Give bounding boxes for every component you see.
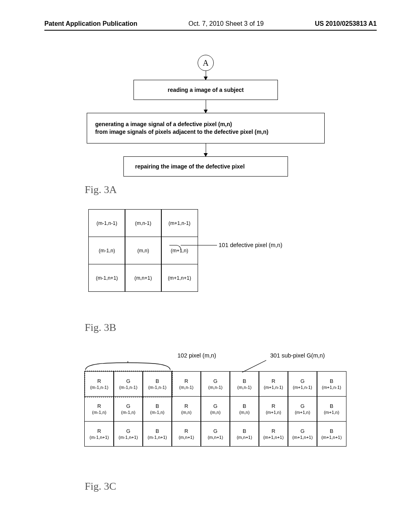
subpixel-cell: R(m-1,n-1)	[84, 371, 114, 397]
subpixel-cell: B(m-1,n-1)	[142, 371, 172, 397]
header-left: Patent Application Publication	[44, 20, 138, 27]
page-header: Patent Application Publication Oct. 7, 2…	[44, 20, 377, 31]
brace-curve	[85, 361, 171, 370]
subpixel-cell: G(m,n-1)	[200, 371, 230, 397]
pixel-cell: (m+1,n+1)	[161, 264, 198, 292]
subpixel-cell: R(m-1,n+1)	[84, 421, 114, 447]
figure-caption-3b: Fig. 3B	[85, 322, 377, 334]
subpixel-cell: G(m-1,n+1)	[113, 421, 143, 447]
subpixel-cell: R(m+1,n)	[259, 396, 288, 422]
header-right: US 2010/0253813 A1	[315, 20, 377, 27]
flow-arrow	[206, 100, 206, 113]
subpixel-pointer	[242, 360, 269, 372]
pixel-cell: (m,n-1)	[125, 209, 161, 237]
subpixel-cell: G(m+1,n)	[288, 396, 317, 422]
subpixel-cell: B(m+1,n)	[317, 396, 346, 422]
subpixel-cell: G(m-1,n-1)	[113, 371, 143, 397]
callout-101-label: 101 defective pixel (m,n)	[219, 242, 282, 248]
subpixel-cell: G(m,n)	[200, 396, 230, 422]
pixel-cell: (m-1,n)	[88, 237, 125, 264]
brace-102-label: 102 pixel (m,n)	[177, 352, 216, 359]
subpixel-cell: G(m+1,n+1)	[288, 421, 317, 447]
flow-arrow	[206, 143, 206, 156]
subpixel-cell: R(m+1,n+1)	[259, 421, 288, 447]
subpixel-cell: R(m,n)	[171, 396, 201, 422]
subpixel-cell: G(m-1,n)	[113, 396, 143, 422]
pixel-cell: (m,n+1)	[125, 264, 161, 292]
pixel-cell: (m-1,n-1)	[88, 209, 125, 237]
subpixel-cell: G(m,n+1)	[200, 421, 230, 447]
subpixel-cell: B(m,n-1)	[229, 371, 259, 397]
flow-start-node: A	[198, 55, 214, 71]
subpixel-301-label: 301 sub-pixel G(m,n)	[270, 352, 325, 359]
subpixel-cell: R(m+1,n-1)	[259, 371, 288, 397]
callout-curve	[169, 245, 181, 251]
subpixel-cell: R(m,n+1)	[171, 421, 201, 447]
subpixel-cell: B(m-1,n)	[142, 396, 172, 422]
subpixel-cell: B(m+1,n+1)	[317, 421, 346, 447]
fig3c-area: 102 pixel (m,n) 301 sub-pixel G(m,n) R(m…	[85, 347, 377, 480]
flow-step-3: repairing the image of the defective pix…	[123, 156, 288, 177]
fig3a-flowchart: A reading a image of a subject generatin…	[87, 55, 325, 177]
subpixel-cell: R(m-1,n)	[84, 396, 114, 422]
flow-step-1: reading a image of a subject	[133, 80, 278, 100]
pixel-cell: (m,n)	[125, 237, 161, 264]
figure-caption-3a: Fig. 3A	[85, 184, 377, 196]
subpixel-cell: B(m,n)	[229, 396, 259, 422]
subpixel-cell: B(m-1,n+1)	[142, 421, 172, 447]
fig3b-area: (m-1,n-1)(m,n-1)(m+1,n-1)(m-1,n)(m,n)(m+…	[89, 210, 377, 314]
subpixel-grid-9x3: R(m-1,n-1)G(m-1,n-1)B(m-1,n-1)R(m,n-1)G(…	[85, 372, 346, 447]
pixel-cell: (m-1,n+1)	[88, 264, 125, 292]
flow-arrow	[206, 71, 206, 80]
subpixel-cell: B(m,n+1)	[229, 421, 259, 447]
subpixel-cell: B(m+1,n-1)	[317, 371, 346, 397]
subpixel-cell: G(m+1,n-1)	[288, 371, 317, 397]
flow-step-2: generating a image signal of a defective…	[87, 113, 325, 143]
figure-caption-3c: Fig. 3C	[85, 480, 377, 493]
header-mid: Oct. 7, 2010 Sheet 3 of 19	[188, 20, 264, 27]
pixel-cell: (m+1,n-1)	[161, 209, 198, 237]
pixel-grid-3x3: (m-1,n-1)(m,n-1)(m+1,n-1)(m-1,n)(m,n)(m+…	[89, 210, 377, 292]
callout-line	[181, 245, 217, 245]
subpixel-cell: R(m,n-1)	[171, 371, 201, 397]
